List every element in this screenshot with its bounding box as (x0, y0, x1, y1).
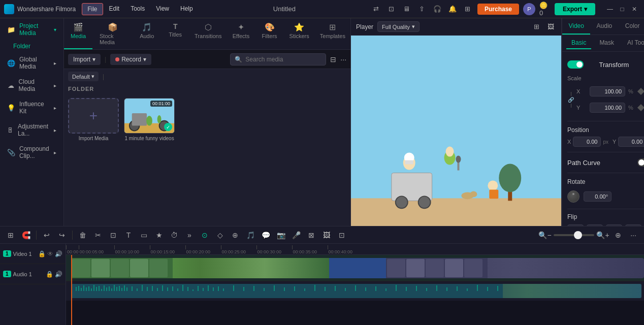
sub-tab-basic[interactable]: Basic (566, 37, 591, 49)
magnet-button[interactable]: 🧲 (19, 229, 33, 242)
sidebar-item-compound[interactable]: 📎 Compound Clip... ▸ (2, 142, 61, 163)
filter-icon[interactable]: ⊟ (330, 55, 336, 63)
sub-tab-ai-tools[interactable]: AI Tools (622, 37, 644, 49)
maximize-button[interactable]: □ (617, 4, 628, 15)
grid-view-icon[interactable]: ⊞ (531, 21, 542, 32)
headphone-icon[interactable]: 🎧 (432, 4, 443, 15)
minimize-button[interactable]: — (604, 4, 616, 15)
redo-button[interactable]: ↪ (55, 229, 69, 242)
audio-lock-button[interactable]: 🔒 (46, 271, 53, 278)
undo-button[interactable]: ↩ (40, 229, 53, 242)
import-media-thumb[interactable]: + (68, 98, 119, 134)
effects-btn[interactable]: ★ (152, 229, 166, 242)
path-curve-toggle[interactable] (637, 158, 644, 167)
rect-button[interactable]: ▭ (137, 229, 150, 242)
menu-tools[interactable]: Tools (125, 3, 150, 15)
sidebar-item-project-media[interactable]: 📁 Project Media ▾ (2, 19, 61, 40)
add-track-btn[interactable]: ⊕ (611, 229, 625, 242)
video-thumb[interactable]: 00:01:00 ✓ (124, 98, 175, 134)
menu-help[interactable]: Help (175, 3, 198, 15)
position-x-input[interactable] (573, 137, 601, 147)
clip-segment-2[interactable] (386, 258, 644, 278)
tab-templates[interactable]: ⊞ Templates (315, 18, 350, 49)
menu-view[interactable]: View (151, 3, 174, 15)
more-btn[interactable]: » (183, 229, 196, 242)
import-button[interactable]: Import ▾ (68, 54, 101, 65)
zoom-out-btn[interactable]: 🔍− (538, 229, 552, 242)
sort-default-button[interactable]: Default ▾ (68, 72, 99, 81)
tab-stock-media[interactable]: 📦 Stock Media (92, 18, 133, 49)
avatar[interactable]: P (523, 3, 535, 15)
close-button[interactable]: ✕ (629, 4, 640, 15)
purchase-button[interactable]: Purchase (477, 4, 519, 15)
audio-vol-button[interactable]: 🔊 (55, 271, 62, 278)
tab-video[interactable]: Video (562, 18, 590, 35)
sidebar-item-cloud-media[interactable]: ☁ Cloud Media ▸ (2, 75, 61, 96)
scale-y-input[interactable] (590, 103, 625, 113)
quality-select[interactable]: Full Quality ▾ (377, 21, 420, 32)
export-button[interactable]: Export ▾ (555, 3, 595, 15)
coin-icon[interactable]: 🪙 0 (539, 4, 551, 15)
notification-icon[interactable]: 🔔 (447, 4, 458, 15)
tab-effects[interactable]: ✦ Effects (227, 18, 255, 49)
sidebar-item-influence-kit[interactable]: 💡 Influence Kit ▸ (2, 97, 61, 118)
scale-x-keyframe[interactable] (636, 87, 644, 96)
connect-icon[interactable]: ⇄ (371, 4, 382, 15)
tab-transitions[interactable]: ⬡ Transitions (189, 18, 227, 49)
delete-button[interactable]: 🗑 (76, 229, 89, 242)
split-btn[interactable]: ⊕ (229, 229, 242, 242)
menu-edit[interactable]: Edit (104, 3, 125, 15)
speed-button[interactable]: ⏱ (168, 229, 181, 242)
tab-filters[interactable]: 🎨 Filters (255, 18, 284, 49)
rotate-knob[interactable] (567, 190, 579, 203)
video-card[interactable]: 00:01:00 ✓ 1 minute funny videos (124, 98, 175, 141)
record-button[interactable]: Record ▾ (110, 54, 151, 65)
sidebar-folder[interactable]: Folder (0, 41, 63, 52)
clip-segment-1[interactable] (71, 258, 329, 278)
more-options-icon[interactable]: ··· (340, 55, 346, 63)
video-eye-button[interactable]: 👁 (47, 250, 53, 257)
video-lock-button[interactable]: 🔒 (38, 250, 46, 257)
sidebar-item-adjustment[interactable]: 🎚 Adjustment La... ▸ (2, 119, 61, 141)
search-input[interactable] (245, 56, 321, 63)
tab-media[interactable]: 🎬 Media (64, 18, 92, 49)
transform-toggle[interactable] (567, 60, 584, 69)
tab-audio[interactable]: 🎵 Audio (133, 18, 161, 49)
menu-file[interactable]: File (82, 3, 103, 15)
tab-titles[interactable]: T Titles (161, 18, 189, 49)
share-icon[interactable]: ⇧ (416, 4, 428, 15)
sub-tab-mask[interactable]: Mask (594, 37, 619, 49)
video-vol-button[interactable]: 🔊 (55, 250, 62, 257)
tab-stickers[interactable]: ⭐ Stickers (284, 18, 315, 49)
tab-color[interactable]: Color (619, 18, 644, 35)
timeline-view-button[interactable]: ⊞ (4, 229, 17, 242)
crop-button[interactable]: ⊡ (107, 229, 120, 242)
playhead[interactable] (71, 255, 72, 325)
mic-btn[interactable]: 🎤 (289, 229, 303, 242)
clip-segment-blue[interactable] (329, 258, 387, 278)
transition-btn[interactable]: ⊡ (335, 229, 348, 242)
scale-x-input[interactable] (590, 86, 625, 96)
tab-audio[interactable]: Audio (590, 18, 618, 35)
zoom-in-btn[interactable]: 🔍+ (596, 229, 609, 242)
match-cut-btn[interactable]: ⊠ (305, 229, 318, 242)
scale-y-keyframe[interactable] (636, 103, 644, 112)
sidebar-item-global-media[interactable]: 🌐 Global Media ▸ (2, 52, 61, 74)
position-y-input[interactable] (618, 137, 644, 147)
fullscreen-icon[interactable]: 🖼 (545, 21, 556, 32)
more-tl-btn[interactable]: ··· (627, 229, 640, 242)
subtitle-tl-btn[interactable]: 💬 (259, 229, 272, 242)
text-button[interactable]: T (122, 229, 135, 242)
cut-button[interactable]: ✂ (91, 229, 105, 242)
grid-icon[interactable]: ⊞ (462, 4, 473, 15)
zoom-slider[interactable] (554, 234, 594, 236)
import-media-card[interactable]: + Import Media (68, 98, 119, 141)
green-circle-button[interactable]: ⊙ (198, 229, 211, 242)
pip-btn[interactable]: 🖼 (320, 229, 333, 242)
screen-icon[interactable]: 🖥 (401, 4, 412, 15)
subtitle-icon[interactable]: ⊡ (386, 4, 397, 15)
rotate-input[interactable] (584, 191, 611, 202)
audio-tl-btn[interactable]: 🎵 (244, 229, 257, 242)
keyframe-tl-button[interactable]: ◇ (213, 229, 227, 242)
camera-tl-btn[interactable]: 📷 (274, 229, 287, 242)
